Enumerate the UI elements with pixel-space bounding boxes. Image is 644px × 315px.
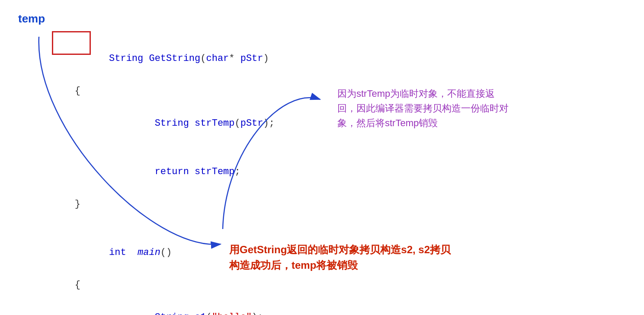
main-canvas: temp String GetString(char* pStr) { Stri… xyxy=(0,0,644,315)
annotation-temp-object: 因为strTemp为临时对象，不能直接返 回，因此编译器需要拷贝构造一份临时对 … xyxy=(337,86,549,130)
annotation-copy-construct: 用GetString返回的临时对象拷贝构造s2, s2拷贝 构造成功后，temp… xyxy=(229,242,489,273)
temp-label: temp xyxy=(18,12,45,25)
